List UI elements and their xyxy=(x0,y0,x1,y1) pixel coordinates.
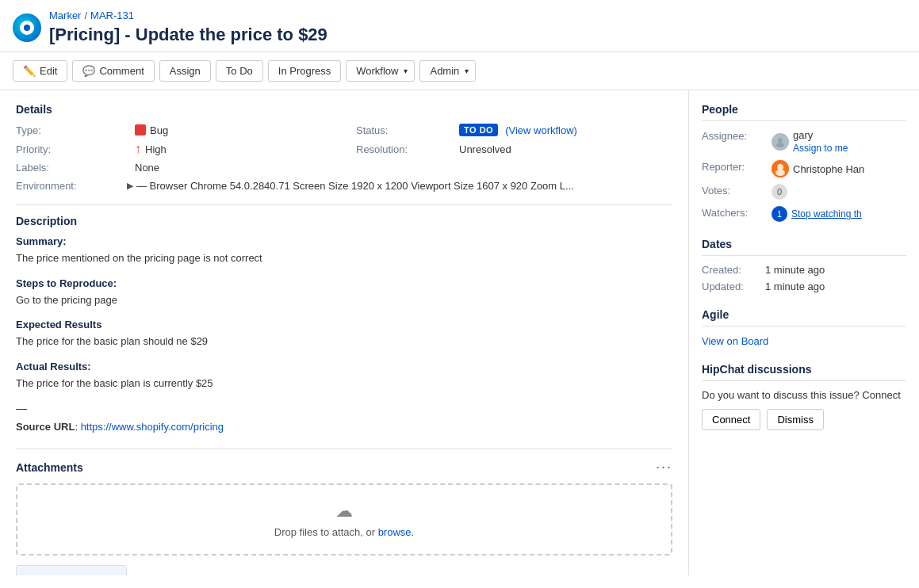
in-progress-label: In Progress xyxy=(278,65,331,77)
source-url-link[interactable]: https://www.shopify.com/pricing xyxy=(81,421,224,433)
workflow-label: Workflow xyxy=(356,65,398,77)
assign-label: Assign xyxy=(170,65,201,77)
connect-button[interactable]: Connect xyxy=(702,409,760,430)
issue-title: [Pricing] - Update the price to $29 xyxy=(49,25,327,45)
reporter-value: Christophe Han xyxy=(772,160,864,178)
status-value: TO DO (View workflow) xyxy=(459,124,672,136)
breadcrumb: Marker / MAR-131 xyxy=(49,10,327,21)
browse-link[interactable]: browse. xyxy=(378,526,415,538)
actual-block: Actual Results: The price for the basic … xyxy=(16,361,672,391)
attachment-thumbnail: Set up your store, pick a plan later sho… xyxy=(16,565,127,575)
watchers-label: Watchers: xyxy=(702,206,765,219)
steps-text: Go to the pricing page xyxy=(16,292,672,308)
created-value: 1 minute ago xyxy=(765,264,825,276)
source-label: Source URL xyxy=(16,421,75,433)
comment-icon: 💬 xyxy=(82,65,95,77)
details-divider xyxy=(16,204,672,205)
admin-button[interactable]: Admin ▾ xyxy=(419,60,476,82)
attachments-section: Attachments ··· ☁ Drop files to attach, … xyxy=(16,459,672,575)
source-url-line: Source URL: https://www.shopify.com/pric… xyxy=(16,421,672,433)
details-section-title: Details xyxy=(16,103,672,116)
people-section: People Assignee: gary Assign to me Repor… xyxy=(702,103,906,222)
attachments-divider xyxy=(16,449,672,449)
attachments-header: Attachments ··· xyxy=(16,459,672,475)
environment-value: ▶ — Browser Chrome 54.0.2840.71 Screen S… xyxy=(127,180,574,192)
agile-title: Agile xyxy=(702,308,906,326)
workflow-dropdown-arrow: ▾ xyxy=(404,67,408,75)
created-label: Created: xyxy=(702,264,765,276)
svg-point-4 xyxy=(775,170,785,176)
logo-eye xyxy=(20,21,34,35)
assignee-label: Assignee: xyxy=(702,129,765,142)
stop-watching-link[interactable]: Stop watching th xyxy=(791,208,862,220)
expected-block: Expected Results The price for the basic… xyxy=(16,319,672,349)
environment-text: — Browser Chrome 54.0.2840.71 Screen Siz… xyxy=(136,180,574,192)
expected-label: Expected Results xyxy=(16,319,672,330)
labels-text: None xyxy=(135,162,159,174)
header: Marker / MAR-131 [Pricing] - Update the … xyxy=(0,0,919,52)
edit-button[interactable]: ✏️ Edit xyxy=(13,60,67,82)
environment-row: Environment: ▶ — Browser Chrome 54.0.284… xyxy=(16,180,672,192)
content-area: Details Type: Bug Status: TO DO (View wo… xyxy=(0,90,689,575)
expected-text: The price for the basic plan should ne $… xyxy=(16,334,672,349)
attachments-menu-button[interactable]: ··· xyxy=(656,459,672,475)
details-grid: Type: Bug Status: TO DO (View workflow) … xyxy=(16,124,672,192)
resolution-label: Resolution: xyxy=(356,143,451,155)
votes-label: Votes: xyxy=(702,184,765,197)
comment-label: Comment xyxy=(99,65,144,77)
type-label: Type: xyxy=(16,124,127,136)
svg-point-3 xyxy=(777,164,783,170)
hipchat-text: Do you want to discuss this issue? Conne… xyxy=(702,389,906,401)
env-expand-icon: ▶ xyxy=(127,181,133,191)
status-label: Status: xyxy=(356,124,451,136)
dismiss-button[interactable]: Dismiss xyxy=(767,409,824,430)
people-title: People xyxy=(702,103,906,121)
thumb-content: Set up your store, pick a plan later sho… xyxy=(17,566,126,575)
breadcrumb-issue-id[interactable]: MAR-131 xyxy=(90,10,134,21)
assignee-row: Assignee: gary Assign to me xyxy=(702,129,906,154)
assign-button[interactable]: Assign xyxy=(159,60,211,82)
reporter-name: Christophe Han xyxy=(793,163,864,175)
user-icon xyxy=(775,136,786,147)
todo-button[interactable]: To Do xyxy=(216,60,263,82)
main-layout: Details Type: Bug Status: TO DO (View wo… xyxy=(0,90,919,575)
sidebar: People Assignee: gary Assign to me Repor… xyxy=(689,90,919,575)
updated-value: 1 minute ago xyxy=(765,281,825,292)
labels-label: Labels: xyxy=(16,162,127,174)
created-row: Created: 1 minute ago xyxy=(702,264,906,276)
priority-label: Priority: xyxy=(16,143,127,155)
edit-icon: ✏️ xyxy=(23,65,36,77)
edit-label: Edit xyxy=(40,65,57,77)
labels-value: None xyxy=(135,162,348,174)
type-text: Bug xyxy=(150,124,168,136)
assign-to-me-link[interactable]: Assign to me xyxy=(793,143,848,154)
summary-text: The price mentioned on the pricing page … xyxy=(16,250,672,266)
summary-block: Summary: The price mentioned on the pric… xyxy=(16,235,672,266)
todo-label: To Do xyxy=(226,65,253,77)
reporter-row: Reporter: Christophe Han xyxy=(702,160,906,178)
drop-zone[interactable]: ☁ Drop files to attach, or browse. xyxy=(16,483,672,556)
actual-text: The price for the basic plan is currentl… xyxy=(16,376,672,391)
dates-title: Dates xyxy=(702,238,906,256)
comment-button[interactable]: 💬 Comment xyxy=(72,60,154,82)
watchers-badge: 1 xyxy=(772,206,787,222)
view-on-board-link[interactable]: View on Board xyxy=(702,335,768,347)
logo-pupil xyxy=(24,25,30,31)
updated-label: Updated: xyxy=(702,281,765,292)
in-progress-button[interactable]: In Progress xyxy=(268,60,341,82)
reporter-avatar-img xyxy=(772,160,789,178)
breadcrumb-sep: / xyxy=(84,10,87,21)
view-workflow-link[interactable]: (View workflow) xyxy=(505,124,577,136)
workflow-button[interactable]: Workflow ▾ xyxy=(346,60,415,82)
priority-value: ↑ High xyxy=(135,143,348,155)
breadcrumb-project[interactable]: Marker xyxy=(49,10,81,21)
votes-badge: 0 xyxy=(772,184,787,200)
votes-row: Votes: 0 xyxy=(702,184,906,200)
attachments-title: Attachments xyxy=(16,461,83,474)
description-title: Description xyxy=(16,215,672,227)
summary-label: Summary: xyxy=(16,235,672,247)
type-value: Bug xyxy=(135,124,348,136)
agile-section: Agile View on Board xyxy=(702,308,906,347)
assignee-avatar xyxy=(772,133,789,151)
hipchat-section: HipChat discussions Do you want to discu… xyxy=(702,363,906,430)
